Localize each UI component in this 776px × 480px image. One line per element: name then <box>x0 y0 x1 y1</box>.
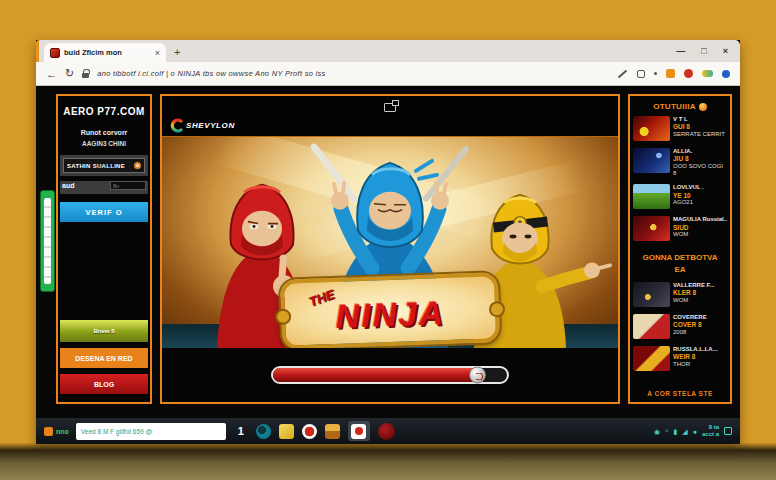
game-list-item[interactable]: LOVLVUL .YE 10AGO21 <box>633 184 727 209</box>
game-item-line2: GUI 8 <box>673 123 727 131</box>
server-select[interactable]: SATHIN SUALLINE <box>63 158 145 173</box>
app-yellow-icon[interactable] <box>279 424 294 439</box>
games-list-header2-line2: EA <box>674 265 685 274</box>
developer-logo-text: SHEVYLON <box>186 121 235 130</box>
tab-title: buid Zficim mon <box>64 48 122 57</box>
reload-button[interactable]: ↻ <box>65 67 74 80</box>
clock-time: 8 ta <box>702 424 719 432</box>
blog-button[interactable]: BLOG <box>60 374 148 394</box>
verify-button[interactable]: VERIF O <box>60 202 148 222</box>
game-item-line2: JIU 8 <box>673 155 727 163</box>
start-button[interactable]: nno <box>44 427 69 436</box>
extension-orange-icon[interactable] <box>666 69 675 78</box>
bookmark-icon[interactable] <box>637 70 645 78</box>
taskbar-clock[interactable]: 8 ta acct a <box>702 424 719 439</box>
site-tagline-2: AAGIN3 CHINI <box>82 140 126 147</box>
game-bottom-bar <box>162 348 618 402</box>
progress-fill <box>273 368 479 382</box>
game-thumbnail <box>633 184 670 209</box>
feedback-side-tab[interactable] <box>40 190 55 292</box>
game-item-line1: RUSSLA.L.LA... <box>673 346 727 353</box>
tab-close-icon[interactable]: × <box>155 48 160 58</box>
game-title-the: THE <box>307 286 337 309</box>
tray-circle-icon[interactable]: ◉ <box>654 428 660 435</box>
aud-label: aud <box>62 182 74 189</box>
address-bar[interactable]: ano tibbotf i.ci.colf | o NINJA tbs ow o… <box>97 69 325 78</box>
game-list-item[interactable]: MAGULIA Russial...SIUDWOM <box>633 216 727 241</box>
fullscreen-icon[interactable] <box>384 103 396 112</box>
volume-icon[interactable]: ● <box>693 428 697 435</box>
site-tagline-1: Runot corvorr <box>81 127 128 138</box>
game-thumbnail <box>633 314 670 339</box>
games-list-header-text: OTUTUIIIA <box>653 102 696 111</box>
system-tray: ◉ ^ ▮ ◢ ● 8 ta acct a <box>654 424 732 439</box>
developer-logo: SHEVYLON <box>170 118 235 133</box>
browser-tab[interactable]: buid Zficim mon × <box>44 43 166 62</box>
game-item-line2: YE 10 <box>673 192 727 200</box>
game-list-item[interactable]: V T LGUI 8SERRATE CERRIT <box>633 116 727 141</box>
app-orange-icon[interactable] <box>325 424 340 439</box>
extension-blue-icon[interactable] <box>722 70 730 78</box>
server-select-icon <box>134 162 141 169</box>
server-select-box: SATHIN SUALLINE <box>60 155 148 176</box>
taskbar-search-input[interactable]: Veed 8 M F gillfot 659 @ <box>76 423 226 440</box>
clock-date: acct a <box>702 431 719 439</box>
left-sidebar: AERO P77.COM Runot corvorr AAGIN3 CHINI … <box>56 94 152 404</box>
promo-button[interactable]: Bnew 8 <box>60 320 148 342</box>
tray-caret-icon[interactable]: ^ <box>665 428 668 435</box>
back-button[interactable]: ← <box>46 68 57 80</box>
app-active-icon[interactable] <box>348 421 370 441</box>
window-controls: — □ × <box>664 46 740 56</box>
extension-red-icon[interactable] <box>684 69 693 78</box>
game-scene[interactable]: THE NINJA <box>162 136 618 348</box>
game-list-item[interactable]: COVERERECOVER 82008 <box>633 314 727 339</box>
close-button[interactable]: × <box>723 46 728 56</box>
game-item-line1: LOVLVUL . <box>673 184 727 191</box>
game-title-banner: THE NINJA <box>280 272 500 348</box>
app-teal-icon[interactable] <box>256 424 271 439</box>
notification-icon[interactable] <box>724 427 732 435</box>
feedback-tab-label-strip <box>44 198 51 284</box>
developer-logo-icon <box>170 118 183 133</box>
extension-multicolor-icon[interactable] <box>702 70 713 77</box>
aud-row: aud 8n <box>60 181 148 194</box>
loading-bar <box>271 366 509 384</box>
menu-dot-icon[interactable] <box>654 72 657 75</box>
taskbar-app-icons <box>256 421 395 441</box>
wifi-icon[interactable]: ◢ <box>682 428 687 435</box>
page-content: AERO P77.COM Runot corvorr AAGIN3 CHINI … <box>36 86 740 418</box>
minimize-button[interactable]: — <box>676 46 685 56</box>
game-panel: SHEVYLON <box>160 94 620 404</box>
game-thumbnail <box>633 346 670 371</box>
game-thumbnail <box>633 282 670 307</box>
battery-icon[interactable]: ▮ <box>674 428 678 435</box>
new-tab-button[interactable]: + <box>174 46 180 58</box>
game-item-line3: WOM <box>673 297 727 304</box>
app-darkred-icon[interactable] <box>378 423 395 440</box>
network-button[interactable]: DESENA EN RED <box>60 348 148 368</box>
game-item-line2: WEIR 8 <box>673 353 727 361</box>
server-select-value: SATHIN SUALLINE <box>67 163 125 169</box>
game-list-item[interactable]: RUSSLA.L.LA...WEIR 8THOR <box>633 346 727 371</box>
taskbar: nno Veed 8 M F gillfot 659 @ 1 ◉ ^ ▮ ◢ ●… <box>36 418 740 444</box>
tab-favicon-icon <box>50 48 60 58</box>
game-list-item[interactable]: ALLIA.JIU 8OOO SOVO COGI 8 <box>633 148 727 177</box>
game-thumbnail <box>633 116 670 141</box>
game-thumbnail <box>633 148 670 173</box>
game-item-line1: MAGULIA Russial... <box>673 216 727 223</box>
right-sidebar: OTUTUIIIA V T LGUI 8SERRATE CERRIT ALLIA… <box>628 94 732 404</box>
start-label: nno <box>56 428 69 435</box>
frame-accent <box>36 40 39 62</box>
edit-icon[interactable] <box>618 69 628 78</box>
browser-window: buid Zficim mon × + — □ × ← ↻ ano tibbot… <box>36 40 740 444</box>
game-item-line3: OOO SOVO COGI 8 <box>673 163 727 177</box>
game-item-line3: SERRATE CERRIT <box>673 131 727 138</box>
progress-knob-icon <box>469 367 486 384</box>
app-red-icon[interactable] <box>302 424 317 439</box>
game-list-item[interactable]: VALLERRE F...KLER 8WOM <box>633 282 727 307</box>
start-icon <box>44 427 53 436</box>
games-list-header2-line1: GONNA DETBOTVA <box>642 253 717 262</box>
aud-input[interactable]: 8n <box>110 181 146 190</box>
sidebar-footer-link[interactable]: A COR STELA STE <box>633 387 727 398</box>
maximize-button[interactable]: □ <box>701 46 706 56</box>
